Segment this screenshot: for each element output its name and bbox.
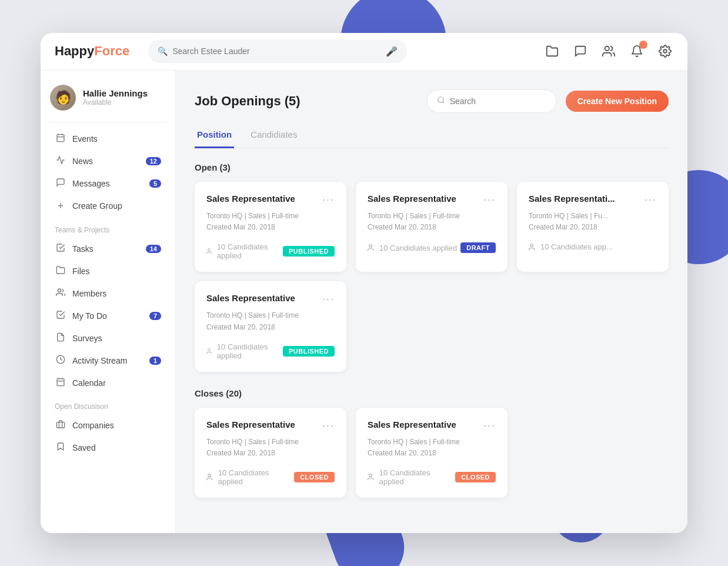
members-icon bbox=[55, 288, 66, 299]
candidates-count-closed-2: 10 Candidiates applied bbox=[368, 468, 455, 486]
open-discussion-section-label: Open Discusison bbox=[50, 394, 166, 414]
news-badge: 12 bbox=[146, 157, 161, 165]
sidebar-item-saved[interactable]: Saved bbox=[50, 437, 166, 459]
svg-point-18 bbox=[208, 348, 210, 351]
svg-point-6 bbox=[58, 289, 61, 292]
events-icon bbox=[55, 133, 66, 145]
content-search-bar[interactable] bbox=[427, 89, 556, 113]
avatar: 🧑 bbox=[50, 85, 76, 111]
svg-rect-2 bbox=[57, 135, 64, 142]
tasks-badge: 14 bbox=[146, 245, 161, 253]
app-logo: HappyForce bbox=[55, 44, 129, 59]
job-card-4: Sales Representative ··· Toronto HQ | Sa… bbox=[195, 281, 346, 371]
global-search-input[interactable] bbox=[172, 46, 381, 56]
card-title-1: Sales Representative bbox=[206, 194, 295, 204]
tab-candidates[interactable]: Candidiates bbox=[248, 125, 299, 148]
card-title-4: Sales Representative bbox=[206, 293, 295, 303]
card-badge-closed-1: CLOSED bbox=[294, 472, 335, 482]
todo-icon bbox=[55, 310, 66, 322]
job-card-1: Sales Representative ··· Toronto HQ | Sa… bbox=[195, 182, 346, 272]
messages-badge: 5 bbox=[149, 179, 161, 188]
global-search-bar[interactable]: 🔍 🎤 bbox=[148, 39, 407, 63]
people-icon[interactable] bbox=[600, 43, 617, 59]
page-title: Job Openings (5) bbox=[195, 94, 418, 109]
sidebar-item-calendar[interactable]: Calendar bbox=[50, 372, 166, 394]
news-label: News bbox=[72, 157, 93, 166]
candidates-count-4: 10 Candidiates applied bbox=[206, 342, 283, 360]
sidebar-item-activity-stream[interactable]: Activity Stream 1 bbox=[50, 349, 166, 372]
sidebar-item-members[interactable]: Members bbox=[50, 282, 166, 305]
card-title-2: Sales Representative bbox=[368, 194, 456, 204]
card-title-closed-1: Sales Representative bbox=[206, 419, 295, 430]
sidebar: 🧑 Hallie Jennings Available Events News bbox=[41, 71, 176, 533]
svg-rect-12 bbox=[56, 422, 64, 428]
sidebar-item-surveys[interactable]: Surveys bbox=[50, 327, 166, 349]
sidebar-item-create-group[interactable]: + Create Group bbox=[50, 195, 166, 218]
chat-icon[interactable] bbox=[572, 43, 589, 59]
card-title-3: Sales Representati... bbox=[529, 194, 615, 204]
card-meta-1: Toronto HQ | Sales | Full-time Created M… bbox=[206, 211, 335, 233]
files-icon bbox=[55, 265, 66, 277]
svg-point-1 bbox=[663, 50, 667, 54]
card-menu-4[interactable]: ··· bbox=[322, 293, 335, 305]
topnav-icons bbox=[544, 43, 673, 59]
bell-icon[interactable] bbox=[629, 43, 645, 59]
svg-rect-8 bbox=[57, 379, 64, 386]
open-section-header: Open (3) bbox=[195, 162, 669, 172]
sidebar-item-files[interactable]: Files bbox=[50, 260, 166, 282]
svg-point-15 bbox=[208, 249, 210, 251]
closed-cards-grid: Sales Representative ··· Toronto HQ | Sa… bbox=[195, 408, 669, 498]
svg-point-19 bbox=[208, 474, 211, 477]
content-area: Job Openings (5) Create New Position Pos… bbox=[176, 71, 687, 533]
calendar-label: Calendar bbox=[72, 378, 106, 388]
card-badge-4: PUBLISHED bbox=[283, 346, 335, 357]
sidebar-item-events[interactable]: Events bbox=[50, 128, 166, 150]
sidebar-item-tasks[interactable]: Tasks 14 bbox=[50, 238, 166, 260]
files-label: Files bbox=[72, 267, 90, 276]
activity-stream-icon bbox=[55, 355, 66, 367]
folder-icon[interactable] bbox=[544, 43, 560, 59]
sidebar-item-companies[interactable]: Companies bbox=[50, 414, 166, 437]
svg-point-17 bbox=[530, 244, 533, 247]
avatar-image: 🧑 bbox=[50, 85, 76, 111]
svg-point-13 bbox=[438, 97, 443, 102]
bell-badge bbox=[639, 41, 647, 49]
tab-position[interactable]: Position bbox=[195, 125, 234, 148]
card-menu-2[interactable]: ··· bbox=[483, 194, 496, 206]
job-card-3: Sales Representati... ··· Toronto HQ | S… bbox=[517, 182, 669, 272]
card-meta-closed-1: Toronto HQ | Sales | Full-time Created M… bbox=[206, 437, 335, 459]
card-badge-1: PUBLISHED bbox=[283, 246, 335, 257]
surveys-label: Surveys bbox=[72, 334, 102, 343]
content-search-input[interactable] bbox=[450, 96, 546, 106]
svg-point-16 bbox=[369, 245, 372, 248]
news-icon bbox=[55, 155, 66, 167]
open-cards-grid: Sales Representative ··· Toronto HQ | Sa… bbox=[195, 182, 669, 372]
sidebar-item-my-todo[interactable]: My To Do 7 bbox=[50, 305, 166, 327]
card-menu-3[interactable]: ··· bbox=[644, 194, 657, 206]
todo-badge: 7 bbox=[149, 312, 161, 320]
tabs: Position Candidiates bbox=[195, 125, 669, 148]
card-menu-closed-1[interactable]: ··· bbox=[322, 419, 335, 432]
user-info: 🧑 Hallie Jennings Available bbox=[50, 85, 166, 123]
saved-icon bbox=[55, 442, 66, 454]
card-menu-closed-2[interactable]: ··· bbox=[483, 419, 496, 432]
card-meta-4: Toronto HQ | Sales | Full-time Created M… bbox=[206, 310, 335, 332]
candidates-count-closed-1: 10 Candidiates applied bbox=[206, 468, 294, 486]
sidebar-item-messages[interactable]: Messages 5 bbox=[50, 172, 166, 195]
settings-icon[interactable] bbox=[657, 43, 673, 59]
user-name: Hallie Jennings bbox=[83, 88, 148, 98]
activity-badge: 1 bbox=[149, 357, 161, 365]
create-new-position-button[interactable]: Create New Position bbox=[566, 91, 669, 112]
card-menu-1[interactable]: ··· bbox=[322, 194, 335, 206]
sidebar-item-news[interactable]: News 12 bbox=[50, 150, 166, 172]
events-label: Events bbox=[72, 134, 98, 144]
card-badge-2: DRAFT bbox=[460, 242, 496, 253]
content-search-icon bbox=[437, 96, 445, 106]
card-meta-2: Toronto HQ | Sales | Full-time Created M… bbox=[368, 211, 496, 233]
mic-icon[interactable]: 🎤 bbox=[386, 46, 398, 57]
surveys-icon bbox=[55, 332, 66, 344]
svg-point-0 bbox=[605, 46, 609, 51]
calendar-icon bbox=[55, 377, 66, 389]
tasks-icon bbox=[55, 243, 66, 255]
companies-label: Companies bbox=[72, 421, 114, 430]
